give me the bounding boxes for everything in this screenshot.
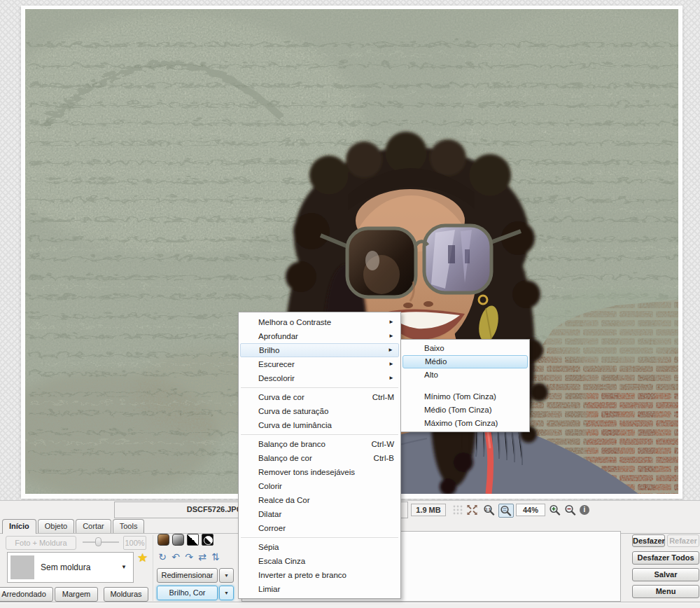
zoom-ratio-glyph: 1:1: [485, 507, 491, 511]
tab-inicio[interactable]: Início: [2, 519, 36, 534]
brilho-submenu: BaixoMédioAltoMínimo (Tom Cinza)Médio (T…: [400, 339, 530, 432]
brightness-color-button[interactable]: Brilho, Cor: [157, 586, 218, 600]
photo-frame-button[interactable]: Foto + Moldura: [6, 536, 76, 550]
undo-all-button[interactable]: Desfazer Todos: [632, 551, 699, 565]
fit-screen-icon[interactable]: [466, 504, 479, 516]
zoom-fit-icon[interactable]: [498, 504, 514, 518]
context-menu-item-balanco-de-cor[interactable]: Balanço de corCtrl-B: [239, 451, 400, 465]
submenu-item-baixo[interactable]: Baixo: [401, 342, 529, 355]
shortcut-label: Ctrl-W: [371, 437, 394, 451]
submenu-arrow-icon: ►: [388, 371, 394, 385]
margin-button[interactable]: Margem: [55, 587, 98, 602]
submenu-arrow-icon: ►: [388, 315, 394, 329]
save-button[interactable]: Salvar: [632, 568, 699, 581]
context-menu-item-escurecer[interactable]: Escurecer►: [239, 357, 400, 371]
submenu-arrow-icon: ►: [388, 357, 394, 371]
invert-filter-icon[interactable]: [202, 534, 214, 546]
context-menu-separator: [241, 537, 398, 538]
context-menu-item-melhora-o-contraste[interactable]: Melhora o Contraste►: [239, 315, 400, 329]
brightness-color-context-menu: Melhora o Contraste►Aprofundar►Brilho►Es…: [238, 312, 401, 599]
context-menu-item-limiar[interactable]: Limiar: [239, 582, 400, 596]
context-menu-item-realce-da-cor[interactable]: Realce da Cor: [239, 493, 400, 507]
frame-select-value: Sem moldura: [41, 562, 90, 572]
tab-tools[interactable]: Tools: [113, 519, 145, 533]
resize-button[interactable]: Redimensionar: [157, 568, 218, 583]
context-menu-separator: [241, 434, 398, 435]
tab-objeto[interactable]: Objeto: [38, 519, 74, 533]
panel-separator: [153, 535, 153, 601]
context-menu-item-label: Escala Cinza: [258, 554, 305, 568]
context-menu-item-label: Curva de luminância: [258, 418, 332, 432]
rotate-icon[interactable]: ↻: [157, 551, 168, 563]
context-menu-item-label: Brilho: [259, 344, 279, 357]
resize-dropdown-button[interactable]: ▼: [219, 568, 234, 583]
frame-opacity-slider-handle[interactable]: [95, 537, 102, 546]
context-menu-item-sepia[interactable]: Sépia: [239, 540, 400, 554]
context-menu-item-escala-cinza[interactable]: Escala Cinza: [239, 554, 400, 568]
submenu-arrow-icon: ►: [388, 329, 394, 343]
submenu-item-medio[interactable]: Médio: [402, 355, 528, 368]
menu-button[interactable]: Menu: [632, 585, 699, 598]
context-menu-item-label: Corroer: [258, 521, 286, 535]
submenu-item-alto[interactable]: Alto: [401, 368, 529, 382]
context-menu-item-label: Dilatar: [258, 507, 281, 521]
context-menu-item-aprofundar[interactable]: Aprofundar►: [239, 329, 400, 343]
context-menu-item-label: Curva de saturação: [258, 404, 328, 418]
rotate-icon-row: ↻↶↷⇄⇅: [157, 551, 221, 563]
context-menu-item-label: Realce da Cor: [258, 493, 310, 507]
grid-icon[interactable]: [452, 504, 465, 516]
submenu-item-minimo-tom-cinza[interactable]: Mínimo (Tom Cinza): [401, 390, 529, 403]
submenu-item-maximo-tom-cinza[interactable]: Máximo (Tom Cinza): [401, 417, 529, 430]
context-menu-item-remover-tons-indesejaveis[interactable]: Remover tons indesejáveis: [239, 465, 400, 479]
zoom-level-label: 44%: [516, 504, 545, 516]
zoom-actual-icon[interactable]: 1:1: [483, 504, 496, 516]
undo-button[interactable]: Desfazer: [632, 534, 665, 547]
zoom-out-icon[interactable]: [564, 504, 577, 516]
submenu-item-medio-tom-cinza[interactable]: Médio (Tom Cinza): [401, 403, 529, 417]
context-menu-item-label: Balanço de branco: [258, 437, 326, 451]
sepia-filter-icon[interactable]: [158, 534, 169, 546]
context-menu-item-label: Colorir: [258, 479, 282, 493]
context-menu-item-label: Curva de cor: [258, 390, 304, 404]
tab-bar: InícioObjetoCortarTools: [2, 519, 144, 533]
shortcut-label: Ctrl-B: [374, 451, 394, 465]
flip-vertical-icon[interactable]: ⇅: [210, 551, 221, 563]
context-menu-item-colorir[interactable]: Colorir: [239, 479, 400, 493]
frame-zoom-value: 100%: [123, 536, 146, 550]
rounded-corners-button[interactable]: Arredondado: [0, 587, 53, 602]
context-menu-item-corroer[interactable]: Corroer: [239, 521, 400, 535]
rotate-right-icon[interactable]: ↷: [183, 551, 195, 563]
context-menu-item-label: Descolorir: [258, 371, 295, 385]
rotate-left-icon[interactable]: ↶: [170, 551, 181, 563]
submenu-arrow-icon: ►: [388, 344, 393, 357]
context-menu-item-inverter-a-preto-e-branco[interactable]: Inverter a preto e branco: [239, 568, 400, 582]
info-icon[interactable]: i: [580, 505, 589, 515]
zoom-in-icon[interactable]: [549, 504, 561, 516]
favorite-star-icon[interactable]: ★: [137, 551, 148, 565]
context-menu-item-descolorir[interactable]: Descolorir►: [239, 371, 400, 385]
grayscale-filter-icon[interactable]: [172, 534, 184, 546]
photoscape-editor-window: { "status_bar": { "filename": "DSCF5726.…: [0, 0, 700, 608]
context-menu-item-curva-de-saturacao[interactable]: Curva de saturação: [239, 404, 400, 418]
frames-button[interactable]: Molduras: [104, 587, 148, 602]
context-menu-item-label: Sépia: [258, 540, 279, 554]
context-menu-item-label: Escurecer: [258, 357, 295, 371]
filter-icon-row: [158, 534, 214, 546]
shortcut-label: Ctrl-M: [372, 390, 394, 404]
context-menu-item-brilho[interactable]: Brilho►: [240, 343, 399, 357]
context-menu-separator: [241, 387, 398, 388]
context-menu-item-curva-de-luminancia[interactable]: Curva de luminância: [239, 418, 400, 432]
context-menu-item-label: Aprofundar: [258, 329, 298, 343]
context-menu-item-curva-de-cor[interactable]: Curva de corCtrl-M: [239, 390, 400, 404]
context-menu-item-label: Limiar: [258, 582, 280, 596]
context-menu-item-balanco-de-branco[interactable]: Balanço de brancoCtrl-W: [239, 437, 400, 451]
panel-bottom-divider: [0, 602, 700, 602]
frame-select-dropdown[interactable]: Sem moldura ▼: [7, 552, 134, 583]
brightness-color-dropdown-button[interactable]: ▼: [219, 586, 234, 600]
redo-button[interactable]: Refazer: [667, 534, 699, 547]
tab-cortar[interactable]: Cortar: [76, 519, 111, 533]
frame-swatch: [10, 555, 34, 579]
flip-horizontal-icon[interactable]: ⇄: [197, 551, 208, 563]
blackwhite-filter-icon[interactable]: [187, 534, 199, 546]
context-menu-item-dilatar[interactable]: Dilatar: [239, 507, 400, 521]
